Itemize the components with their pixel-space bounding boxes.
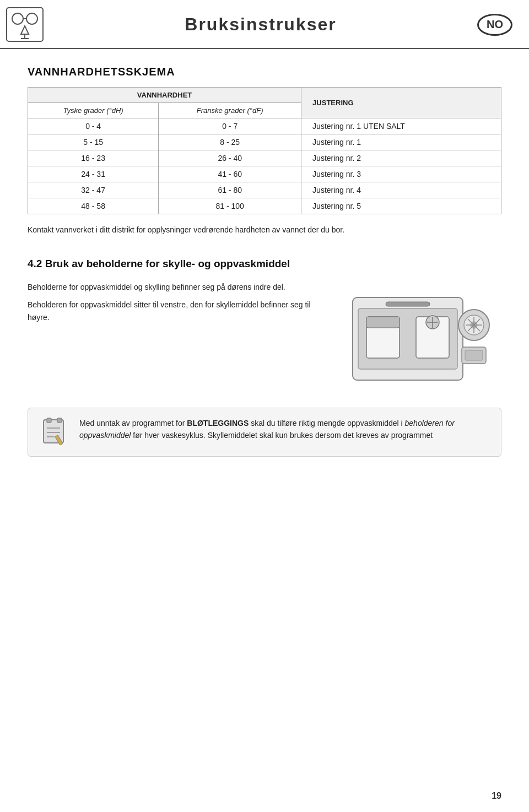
- note-box: Med unntak av programmet for BLØTLEGGING…: [28, 408, 501, 457]
- note-text-1: Med unntak av programmet for: [79, 419, 187, 427]
- dishwasher-illustration: [336, 281, 501, 391]
- hardness-table: VANNHARDHET JUSTERING Tyske grader (°dH)…: [28, 87, 501, 214]
- page-header: Bruksinstrukser NO: [0, 0, 529, 49]
- section-title: VANNHARDHETSSKJEMA: [28, 66, 501, 78]
- note-bold-1: BLØTLEGGINGS: [187, 419, 249, 427]
- table-row: 24 - 3141 - 60Justering nr. 3: [28, 166, 501, 182]
- svg-point-1: [12, 13, 23, 24]
- svg-marker-4: [21, 26, 29, 34]
- table-cell-col2: 41 - 60: [159, 166, 301, 182]
- table-row: 5 - 158 - 25Justering nr. 1: [28, 134, 501, 150]
- table-cell-col3: Justering nr. 5: [301, 198, 501, 214]
- paragraph-2: Beholderen for oppvaskmiddel sitter til …: [28, 299, 320, 323]
- table-cell-col2: 0 - 7: [159, 118, 301, 134]
- svg-rect-26: [47, 418, 51, 423]
- svg-rect-15: [386, 302, 430, 306]
- table-cell-col1: 5 - 15: [28, 134, 159, 150]
- table-cell-col3: Justering nr. 3: [301, 166, 501, 182]
- table-cell-col3: Justering nr. 4: [301, 182, 501, 198]
- note-text: Med unntak av programmet for BLØTLEGGING…: [79, 417, 490, 442]
- franske-header: Franske grader (°dF): [159, 103, 301, 118]
- table-row: 48 - 5881 - 100Justering nr. 5: [28, 198, 501, 214]
- table-row: 32 - 4761 - 80Justering nr. 4: [28, 182, 501, 198]
- section-42-body: Beholderne for oppvaskmiddel og skylling…: [28, 281, 501, 391]
- table-cell-col1: 0 - 4: [28, 118, 159, 134]
- paragraph-1: Beholderne for oppvaskmiddel og skylling…: [28, 281, 320, 293]
- section-42-title: 4.2 Bruk av beholderne for skylle- og op…: [28, 258, 501, 270]
- table-cell-col3: Justering nr. 1: [301, 134, 501, 150]
- section-42-text: Beholderne for oppvaskmiddel og skylling…: [28, 281, 320, 391]
- svg-rect-27: [57, 418, 62, 423]
- table-row: 16 - 2326 - 40Justering nr. 2: [28, 150, 501, 166]
- page-number: 19: [492, 791, 501, 800]
- table-cell-col1: 48 - 58: [28, 198, 159, 214]
- table-cell-col3: Justering nr. 1 UTEN SALT: [301, 118, 501, 134]
- page-footer: 19: [492, 791, 501, 801]
- hardness-section: VANNHARDHETSSKJEMA VANNHARDHET JUSTERING…: [28, 66, 501, 236]
- tyske-header: Tyske grader (°dH): [28, 103, 159, 118]
- page-title: Bruksinstrukser: [44, 14, 477, 35]
- main-content: VANNHARDHETSSKJEMA VANNHARDHET JUSTERING…: [0, 49, 529, 473]
- section-42: 4.2 Bruk av beholderne for skylle- og op…: [28, 258, 501, 457]
- language-badge: NO: [477, 14, 512, 36]
- vannhardhet-header: VANNHARDHET: [28, 88, 301, 103]
- kontakt-text: Kontakt vannverket i ditt distrikt for o…: [28, 224, 413, 236]
- table-cell-col1: 32 - 47: [28, 182, 159, 198]
- svg-point-2: [26, 13, 37, 24]
- table-cell-col1: 16 - 23: [28, 150, 159, 166]
- table-row: 0 - 40 - 7Justering nr. 1 UTEN SALT: [28, 118, 501, 134]
- svg-rect-11: [366, 317, 400, 328]
- svg-rect-24: [465, 350, 483, 360]
- table-cell-col1: 24 - 31: [28, 166, 159, 182]
- note-text-3: før hver vaskesyklus. Skyllemiddelet ska…: [131, 431, 433, 440]
- table-cell-col2: 26 - 40: [159, 150, 301, 166]
- table-cell-col3: Justering nr. 2: [301, 150, 501, 166]
- note-text-2: skal du tilføre riktig mengde oppvaskmid…: [249, 419, 404, 427]
- table-cell-col2: 8 - 25: [159, 134, 301, 150]
- justering-header: JUSTERING: [301, 88, 501, 118]
- table-cell-col2: 61 - 80: [159, 182, 301, 198]
- note-icon: [39, 417, 69, 447]
- brand-logo: [6, 7, 44, 42]
- table-cell-col2: 81 - 100: [159, 198, 301, 214]
